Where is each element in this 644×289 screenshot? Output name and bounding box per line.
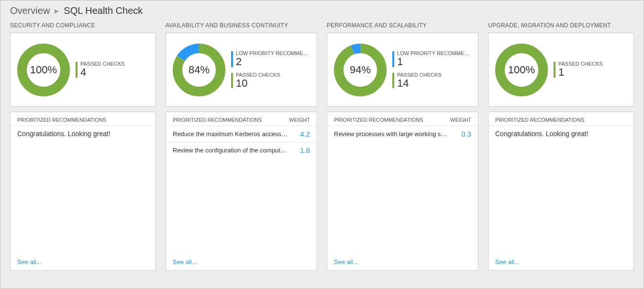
metric-list: LOW PRIORITY RECOMMENDATIO... 2 PASSED C… — [231, 50, 310, 89]
metric: PASSED CHECKS 10 — [231, 72, 310, 89]
recommendation-rows: Congratulations. Looking great! — [11, 126, 155, 254]
weight-header: WEIGHT — [289, 117, 310, 123]
dashboard-grid: SECURITY AND COMPLIANCE 100% PASSED CHEC… — [0, 22, 644, 280]
donut-chart: 100% — [495, 44, 548, 96]
recommendation-text: Review the configuration of the computer… — [173, 147, 288, 154]
recommendations-header: PRIORITIZED RECOMMENDATIONS WEIGHT — [166, 112, 317, 126]
recommendation-weight: 0.3 — [461, 130, 471, 138]
recommendation-row[interactable]: Review the configuration of the computer… — [166, 142, 317, 158]
recommendations-tile: PRIORITIZED RECOMMENDATIONS Congratulati… — [10, 112, 156, 271]
prioritized-header: PRIORITIZED RECOMMENDATIONS — [334, 117, 423, 123]
metric: PASSED CHECKS 1 — [554, 61, 627, 78]
prioritized-header: PRIORITIZED RECOMMENDATIONS — [17, 117, 106, 123]
metric-value: 1 — [397, 56, 471, 68]
metric-value: 2 — [236, 56, 310, 68]
donut-percent: 100% — [495, 44, 548, 96]
breadcrumb-root[interactable]: Overview — [10, 5, 50, 16]
breadcrumb-current: SQL Health Check — [64, 5, 143, 16]
chevron-right-icon: ▶ — [55, 8, 59, 14]
metric-label: LOW PRIORITY RECOMMENDATIO... — [397, 50, 471, 56]
metric: LOW PRIORITY RECOMMENDATIO... 2 — [231, 50, 310, 68]
metric-list: LOW PRIORITY RECOMMENDATIO... 1 PASSED C… — [392, 50, 471, 89]
metric-label: PASSED CHECKS — [397, 72, 471, 78]
dashboard-column: UPGRADE, MIGRATION AND DEPLOYMENT 100% P… — [488, 22, 634, 271]
donut-tile[interactable]: 84% LOW PRIORITY RECOMMENDATIO... 2 PASS… — [166, 33, 317, 107]
prioritized-header: PRIORITIZED RECOMMENDATIONS — [495, 117, 584, 123]
weight-header: WEIGHT — [450, 117, 471, 123]
column-title: UPGRADE, MIGRATION AND DEPLOYMENT — [488, 22, 634, 29]
dashboard-column: SECURITY AND COMPLIANCE 100% PASSED CHEC… — [10, 22, 156, 271]
metric-label: LOW PRIORITY RECOMMENDATIO... — [236, 50, 310, 56]
breadcrumb: Overview ▶ SQL Health Check — [0, 0, 644, 22]
column-title: PERFORMANCE AND SCALABILITY — [327, 22, 478, 29]
metric: PASSED CHECKS 14 — [392, 72, 471, 89]
column-title: SECURITY AND COMPLIANCE — [10, 22, 156, 29]
recommendation-text: Reduce the maximum Kerberos access token… — [173, 130, 288, 138]
donut-chart: 84% — [173, 44, 225, 96]
metric-value: 1 — [558, 67, 627, 78]
metric-list: PASSED CHECKS 4 — [76, 61, 149, 78]
recommendation-row[interactable]: Review processes with large working set … — [327, 126, 478, 142]
recommendation-weight: 1.8 — [300, 146, 310, 154]
metric-value: 10 — [236, 78, 310, 89]
recommendations-tile: PRIORITIZED RECOMMENDATIONS Congratulati… — [488, 112, 634, 271]
recommendation-text: Review processes with large working set … — [334, 130, 449, 138]
recommendation-rows: Congratulations. Looking great! — [489, 126, 633, 254]
metric-list: PASSED CHECKS 1 — [554, 61, 627, 78]
donut-chart: 94% — [334, 44, 387, 96]
metric-label: PASSED CHECKS — [558, 61, 627, 67]
recommendations-header: PRIORITIZED RECOMMENDATIONS WEIGHT — [327, 112, 478, 126]
donut-tile[interactable]: 100% PASSED CHECKS 4 — [10, 33, 156, 107]
prioritized-header: PRIORITIZED RECOMMENDATIONS — [173, 117, 262, 123]
recommendations-tile: PRIORITIZED RECOMMENDATIONS WEIGHT Reduc… — [166, 112, 317, 271]
metric-value: 14 — [397, 78, 471, 89]
see-all-link[interactable]: See all... — [166, 254, 317, 270]
donut-chart: 100% — [17, 44, 70, 96]
metric: LOW PRIORITY RECOMMENDATIO... 1 — [392, 50, 471, 68]
metric-label: PASSED CHECKS — [236, 72, 310, 78]
donut-percent: 94% — [334, 44, 387, 96]
metric-value: 4 — [80, 67, 149, 78]
donut-tile[interactable]: 94% LOW PRIORITY RECOMMENDATIO... 1 PASS… — [327, 33, 478, 107]
metric-label: PASSED CHECKS — [80, 61, 149, 67]
recommendation-weight: 4.2 — [300, 130, 310, 138]
donut-percent: 84% — [173, 44, 225, 96]
recommendations-header: PRIORITIZED RECOMMENDATIONS — [489, 112, 633, 126]
recommendation-row[interactable]: Reduce the maximum Kerberos access token… — [166, 126, 317, 142]
dashboard-column: AVAILABILITY AND BUSINESS CONTINUITY 84%… — [166, 22, 317, 271]
see-all-link[interactable]: See all... — [11, 254, 155, 270]
recommendations-header: PRIORITIZED RECOMMENDATIONS — [11, 112, 155, 126]
recommendations-empty: Congratulations. Looking great! — [11, 126, 155, 141]
donut-tile[interactable]: 100% PASSED CHECKS 1 — [488, 33, 634, 107]
column-title: AVAILABILITY AND BUSINESS CONTINUITY — [166, 22, 317, 29]
dashboard-column: PERFORMANCE AND SCALABILITY 94% LOW PRIO… — [327, 22, 478, 271]
recommendations-empty: Congratulations. Looking great! — [489, 126, 633, 141]
see-all-link[interactable]: See all... — [489, 254, 633, 270]
metric: PASSED CHECKS 4 — [76, 61, 149, 78]
recommendation-rows: Review processes with large working set … — [327, 126, 478, 254]
recommendations-tile: PRIORITIZED RECOMMENDATIONS WEIGHT Revie… — [327, 112, 478, 271]
recommendation-rows: Reduce the maximum Kerberos access token… — [166, 126, 317, 254]
see-all-link[interactable]: See all... — [327, 254, 478, 270]
donut-percent: 100% — [17, 44, 70, 96]
